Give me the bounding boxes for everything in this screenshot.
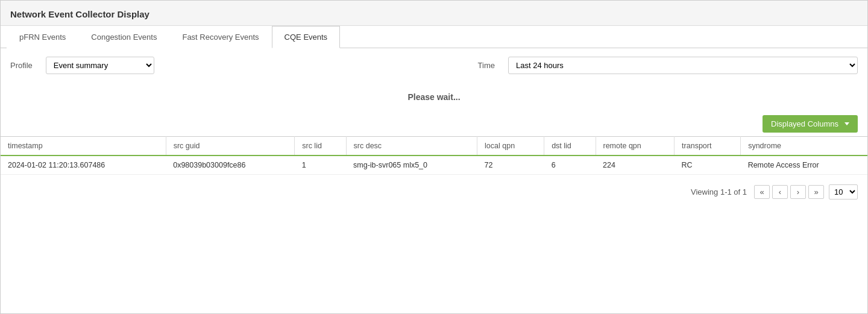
table-header-row: timestamp src guid src lid src desc loca… [1, 137, 867, 156]
chevron-down-icon [844, 122, 849, 125]
app-container: Network Event Collector Display pFRN Eve… [0, 0, 868, 314]
col-header-local-qpn: local qpn [477, 137, 544, 156]
displayed-columns-label: Displayed Columns [771, 119, 838, 128]
tab-pfrn-events[interactable]: pFRN Events [7, 26, 78, 48]
prev-page-button[interactable]: ‹ [772, 185, 788, 199]
tabs-bar: pFRN Events Congestion Events Fast Recov… [1, 26, 867, 48]
profile-label: Profile [10, 61, 33, 70]
cell-local-qpn: 72 [477, 155, 544, 175]
page-size-select[interactable]: 10 25 50 100 [829, 184, 858, 199]
tab-fast-recovery-events[interactable]: Fast Recovery Events [169, 26, 271, 48]
app-header: Network Event Collector Display [1, 1, 867, 26]
displayed-columns-button[interactable]: Displayed Columns [763, 115, 858, 133]
cell-src-guid: 0x98039b03009fce86 [166, 155, 295, 175]
next-page-button[interactable]: › [790, 185, 806, 199]
col-header-src-lid: src lid [295, 137, 346, 156]
col-header-src-desc: src desc [346, 137, 477, 156]
col-header-src-guid: src guid [166, 137, 295, 156]
cell-remote-qpn: 224 [596, 155, 675, 175]
last-page-button[interactable]: » [808, 185, 824, 199]
cell-src-lid: 1 [295, 155, 346, 175]
pagination-info: Viewing 1-1 of 1 [691, 187, 747, 196]
please-wait-text: Please wait... [1, 83, 867, 111]
app-title: Network Event Collector Display [10, 9, 149, 19]
profile-select[interactable]: Event summary [46, 57, 154, 74]
pagination-row: Viewing 1-1 of 1 « ‹ › » 10 25 50 100 [1, 175, 867, 209]
tab-congestion-events[interactable]: Congestion Events [78, 26, 169, 48]
cell-timestamp: 2024-01-02 11:20:13.607486 [1, 155, 166, 175]
controls-row: Profile Event summary Time Last 24 hours… [1, 48, 867, 83]
cell-src-desc: smg-ib-svr065 mlx5_0 [346, 155, 477, 175]
cell-dst-lid: 6 [544, 155, 596, 175]
time-label: Time [478, 61, 495, 70]
col-header-dst-lid: dst lid [544, 137, 596, 156]
col-header-transport: transport [675, 137, 741, 156]
table-row: 2024-01-02 11:20:13.6074860x98039b03009f… [1, 155, 867, 175]
time-select[interactable]: Last 24 hours Last 1 hour Last 6 hours L… [508, 57, 858, 74]
col-header-syndrome: syndrome [741, 137, 867, 156]
col-header-remote-qpn: remote qpn [596, 137, 675, 156]
data-table: timestamp src guid src lid src desc loca… [1, 136, 867, 175]
cell-transport: RC [675, 155, 741, 175]
cell-syndrome: Remote Access Error [741, 155, 867, 175]
displayed-columns-row: Displayed Columns [1, 111, 867, 136]
first-page-button[interactable]: « [754, 185, 770, 199]
table-body: 2024-01-02 11:20:13.6074860x98039b03009f… [1, 155, 867, 175]
col-header-timestamp: timestamp [1, 137, 166, 156]
tab-cqe-events[interactable]: CQE Events [272, 26, 341, 48]
